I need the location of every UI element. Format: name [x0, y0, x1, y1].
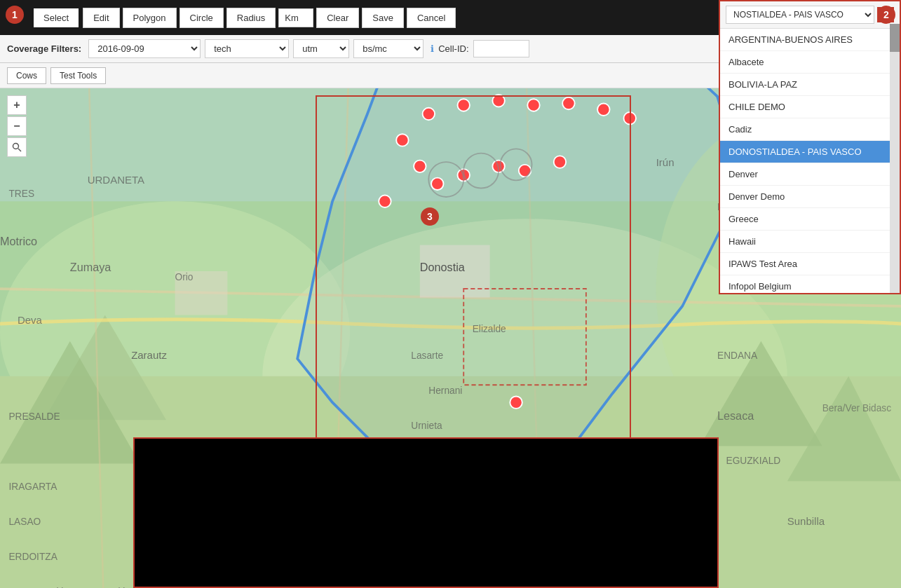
svg-text:Zumaya: Zumaya: [70, 261, 112, 273]
list-item[interactable]: Infopol Belgium: [720, 275, 900, 294]
zoom-out-button[interactable]: −: [7, 116, 27, 136]
cell-id-label: Cell-ID:: [438, 43, 468, 54]
dropdown-list: ARGENTINA-BUENOS AIRESAlbaceteBOLIVIA-LA…: [720, 29, 900, 294]
svg-text:Donostia: Donostia: [420, 261, 466, 273]
badge-1: 1: [6, 6, 24, 24]
svg-text:PRESALDE: PRESALDE: [8, 411, 60, 422]
list-item[interactable]: Denver: [720, 163, 900, 186]
circle-button[interactable]: Circle: [179, 8, 224, 28]
save-button[interactable]: Save: [362, 8, 404, 28]
svg-point-30: [379, 196, 391, 207]
list-item[interactable]: Hawaii: [720, 231, 900, 253]
svg-text:Elizalde: Elizalde: [473, 324, 506, 334]
select-button[interactable]: Select: [32, 7, 80, 29]
svg-point-20: [562, 97, 574, 109]
badge-2: 2: [877, 6, 895, 24]
svg-point-23: [396, 134, 408, 146]
svg-text:LASAO: LASAO: [8, 517, 41, 527]
date-filter[interactable]: 2016-09-09: [88, 39, 201, 58]
svg-text:Lasarte: Lasarte: [411, 350, 443, 361]
list-item[interactable]: DONOSTIALDEA - PAIS VASCO: [720, 141, 900, 163]
svg-text:Sunbilla: Sunbilla: [787, 515, 825, 527]
polygon-button[interactable]: Polygon: [123, 8, 177, 28]
svg-point-19: [527, 99, 539, 111]
svg-point-18: [492, 95, 504, 107]
list-item[interactable]: ARGENTINA-BUENOS AIRES: [720, 29, 900, 51]
svg-text:EGUZKIALD: EGUZKIALD: [726, 456, 780, 466]
edit-button[interactable]: Edit: [83, 8, 119, 28]
scroll-thumb[interactable]: [890, 24, 900, 52]
clear-button[interactable]: Clear: [316, 8, 359, 28]
svg-text:IRAGARTA: IRAGARTA: [8, 481, 57, 492]
svg-text:Zarautz: Zarautz: [131, 349, 167, 361]
region-select[interactable]: NOSTIALDEA - PAIS VASCO: [726, 6, 874, 24]
list-item[interactable]: BOLIVIA-LA PAZ: [720, 74, 900, 96]
svg-line-69: [18, 149, 21, 151]
list-item[interactable]: IPAWS Test Area: [720, 253, 900, 275]
map-controls: + −: [7, 95, 27, 157]
svg-text:Urnieta: Urnieta: [411, 421, 442, 431]
list-item[interactable]: CHILE DEMO: [720, 96, 900, 118]
svg-text:Motrico: Motrico: [0, 235, 37, 247]
badge-3: 3: [421, 207, 439, 226]
search-map-button[interactable]: [7, 137, 27, 157]
tech-filter[interactable]: tech: [205, 39, 289, 58]
bs-filter[interactable]: bs/mc: [353, 39, 424, 58]
km-input[interactable]: [278, 8, 313, 27]
bottom-panel: [133, 437, 719, 588]
svg-text:ERDOITZA: ERDOITZA: [8, 552, 57, 562]
svg-text:URDANETA: URDANETA: [88, 174, 144, 186]
svg-point-29: [554, 156, 566, 167]
list-item[interactable]: Albacete: [720, 51, 900, 74]
info-icon: ℹ: [431, 43, 434, 54]
zoom-in-button[interactable]: +: [7, 95, 27, 115]
svg-point-21: [597, 104, 609, 116]
svg-point-24: [414, 160, 426, 172]
right-panel: NOSTIALDEA - PAIS VASCO S ARGENTINA-BUEN…: [719, 0, 901, 294]
svg-point-25: [431, 178, 443, 190]
svg-point-68: [13, 144, 19, 149]
coord-filter[interactable]: utm: [293, 39, 349, 58]
svg-text:Lesaca: Lesaca: [717, 409, 754, 422]
scrollbar[interactable]: [890, 24, 900, 293]
svg-point-17: [457, 99, 469, 111]
list-item[interactable]: Greece: [720, 208, 900, 231]
cell-id-input[interactable]: [473, 40, 529, 57]
list-item[interactable]: Cadiz: [720, 118, 900, 141]
cancel-button[interactable]: Cancel: [407, 8, 456, 28]
svg-text:Deva: Deva: [18, 314, 43, 326]
right-panel-header: NOSTIALDEA - PAIS VASCO S: [720, 1, 900, 29]
list-item[interactable]: Denver Demo: [720, 186, 900, 208]
svg-point-16: [423, 108, 435, 120]
svg-point-28: [519, 165, 531, 177]
svg-text:Bera/Ver Bidasc: Bera/Ver Bidasc: [822, 403, 892, 413]
svg-text:Orio: Orio: [175, 272, 194, 282]
svg-text:TRES: TRES: [8, 189, 34, 199]
radius-button[interactable]: Radius: [226, 8, 276, 28]
cows-button[interactable]: Cows: [7, 67, 46, 84]
svg-point-22: [624, 112, 636, 124]
test-tools-button[interactable]: Test Tools: [50, 67, 106, 84]
svg-text:Irún: Irún: [656, 156, 675, 168]
svg-point-34: [510, 396, 522, 408]
svg-text:ENDANA: ENDANA: [717, 350, 758, 361]
svg-text:Hernani: Hernani: [428, 385, 462, 396]
coverage-filters-label: Coverage Filters:: [7, 43, 81, 54]
